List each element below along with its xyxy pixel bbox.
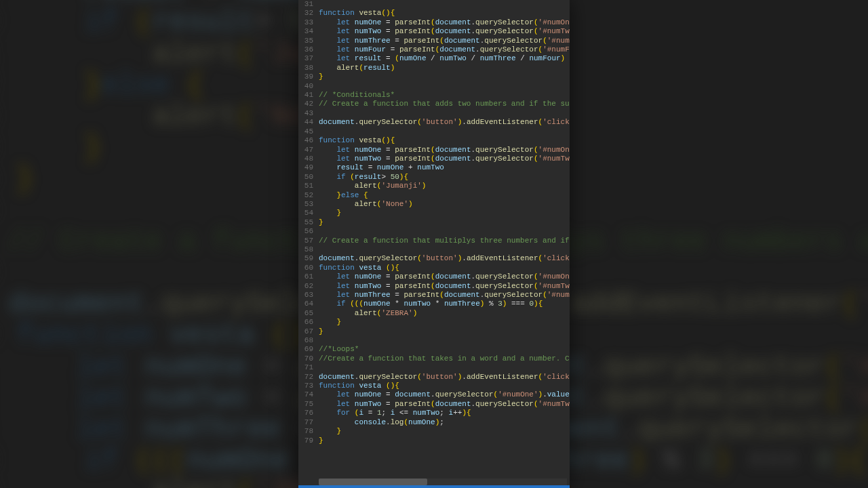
code-line[interactable]: 49 result = numOne + numTwo <box>298 163 570 172</box>
code-line[interactable]: 73function vesta (){ <box>298 382 570 390</box>
code-line[interactable]: 71 <box>298 363 570 372</box>
code-content[interactable]: //Create a function that takes in a word… <box>319 354 570 363</box>
code-line[interactable]: 61 let numOne = parseInt(document.queryS… <box>298 272 570 281</box>
code-content[interactable]: } <box>319 318 570 327</box>
code-editor-panel[interactable]: 3132function vesta(){33 let numOne = par… <box>298 0 570 488</box>
code-line[interactable]: 52 }else { <box>298 191 570 200</box>
code-line[interactable]: 50 if (result> 50){ <box>298 173 570 182</box>
code-line[interactable]: 43 <box>298 109 570 118</box>
code-line[interactable]: 42// Create a function that adds two num… <box>298 100 570 108</box>
code-line[interactable]: 48 let numTwo = parseInt(document.queryS… <box>298 155 570 163</box>
code-content[interactable]: function vesta(){ <box>319 9 570 18</box>
code-content[interactable]: let numTwo = parseInt(document.querySele… <box>319 155 570 163</box>
code-line[interactable]: 41// *Conditionals* <box>298 91 570 100</box>
code-line[interactable]: 54 } <box>298 209 570 218</box>
horizontal-scrollbar-track[interactable] <box>319 479 567 485</box>
code-line[interactable]: 78 } <box>298 427 570 436</box>
code-content[interactable]: let numOne = document.querySelector('#nu… <box>319 390 570 399</box>
code-line[interactable]: 46function vesta(){ <box>298 136 570 145</box>
code-line[interactable]: 35 let numThree = parseInt(document.quer… <box>298 37 570 45</box>
code-content[interactable]: } <box>319 73 570 81</box>
code-line[interactable]: 70//Create a function that takes in a wo… <box>298 354 570 363</box>
code-content[interactable]: } <box>319 218 570 227</box>
code-line[interactable]: 75 let numTwo = parseInt(document.queryS… <box>298 400 570 409</box>
code-content[interactable]: //*Loops* <box>319 345 570 354</box>
code-line[interactable]: 55} <box>298 218 570 227</box>
code-content[interactable]: alert('ZEBRA') <box>319 309 570 318</box>
code-content[interactable]: let numThree = parseInt(document.querySe… <box>319 291 570 300</box>
code-content[interactable]: alert(result) <box>319 64 570 73</box>
code-line[interactable]: 45 <box>298 127 570 136</box>
code-line[interactable]: 34 let numTwo = parseInt(document.queryS… <box>298 27 570 36</box>
code-line[interactable]: 32function vesta(){ <box>298 9 570 18</box>
code-content[interactable]: // Create a function that multiplys thre… <box>319 237 570 245</box>
code-line[interactable]: 36 let numFour = parseInt(document.query… <box>298 45 570 54</box>
code-line[interactable]: 65 alert('ZEBRA') <box>298 309 570 318</box>
code-line[interactable]: 68 <box>298 336 570 345</box>
code-line[interactable]: 56 <box>298 227 570 236</box>
code-content[interactable]: let numThree = parseInt(document.querySe… <box>319 37 570 45</box>
code-content[interactable]: let numTwo = parseInt(document.querySele… <box>319 282 570 291</box>
code-content[interactable] <box>319 363 570 372</box>
code-line[interactable]: 59document.querySelector('button').addEv… <box>298 254 570 263</box>
code-content[interactable]: function vesta (){ <box>319 382 570 390</box>
code-content[interactable]: if (result> 50){ <box>319 173 570 182</box>
code-line[interactable]: 79} <box>298 436 570 445</box>
code-line[interactable]: 40 <box>298 82 570 91</box>
code-content[interactable]: result = numOne + numTwo <box>319 163 570 172</box>
code-content[interactable]: document.querySelector('button').addEven… <box>319 254 570 263</box>
code-content[interactable]: }else { <box>319 191 570 200</box>
code-content[interactable]: } <box>319 327 570 336</box>
code-line[interactable]: 38 alert(result) <box>298 64 570 73</box>
code-content[interactable]: } <box>319 436 570 445</box>
code-content[interactable]: // *Conditionals* <box>319 91 570 100</box>
code-content[interactable]: let numTwo = parseInt(document.querySele… <box>319 27 570 36</box>
code-line[interactable]: 69//*Loops* <box>298 345 570 354</box>
code-content[interactable]: } <box>319 209 570 218</box>
code-content[interactable]: let numTwo = parseInt(document.querySele… <box>319 400 570 409</box>
code-content[interactable]: function vesta(){ <box>319 136 570 145</box>
code-content[interactable]: } <box>319 427 570 436</box>
code-line[interactable]: 62 let numTwo = parseInt(document.queryS… <box>298 282 570 291</box>
code-content[interactable]: console.log(numOne); <box>319 418 570 427</box>
code-line[interactable]: 53 alert('None') <box>298 200 570 209</box>
code-content[interactable]: // Create a function that adds two numbe… <box>319 100 570 108</box>
code-line[interactable]: 37 let result = (numOne / numTwo / numTh… <box>298 54 570 63</box>
code-content[interactable]: document.querySelector('button').addEven… <box>319 373 570 382</box>
code-line[interactable]: 74 let numOne = document.querySelector('… <box>298 390 570 399</box>
code-line[interactable]: 64 if (((numOne * numTwo * numThree) % 3… <box>298 300 570 308</box>
code-line[interactable]: 58 <box>298 245 570 254</box>
code-line[interactable]: 66 } <box>298 318 570 327</box>
code-content[interactable]: for (i = 1; i <= numTwo; i++){ <box>319 409 570 418</box>
code-content[interactable]: let numOne = parseInt(document.querySele… <box>319 146 570 155</box>
code-line[interactable]: 63 let numThree = parseInt(document.quer… <box>298 291 570 300</box>
code-content[interactable] <box>319 227 570 236</box>
code-line[interactable]: 33 let numOne = parseInt(document.queryS… <box>298 18 570 27</box>
code-line[interactable]: 51 alert('Jumanji') <box>298 182 570 190</box>
code-content[interactable] <box>319 109 570 118</box>
code-content[interactable]: let numOne = parseInt(document.querySele… <box>319 18 570 27</box>
code-line[interactable]: 77 console.log(numOne); <box>298 418 570 427</box>
horizontal-scrollbar-thumb[interactable] <box>319 479 427 485</box>
code-content[interactable]: document.querySelector('button').addEven… <box>319 118 570 127</box>
code-content[interactable]: alert('None') <box>319 200 570 209</box>
code-line[interactable]: 31 <box>298 0 570 9</box>
code-line[interactable]: 67} <box>298 327 570 336</box>
code-content[interactable]: alert('Jumanji') <box>319 182 570 190</box>
code-line[interactable]: 44document.querySelector('button').addEv… <box>298 118 570 127</box>
code-content[interactable]: let numFour = parseInt(document.querySel… <box>319 45 570 54</box>
code-content[interactable] <box>319 127 570 136</box>
code-line[interactable]: 39} <box>298 73 570 81</box>
code-content[interactable]: let result = (numOne / numTwo / numThree… <box>319 54 570 63</box>
code-line[interactable]: 47 let numOne = parseInt(document.queryS… <box>298 146 570 155</box>
code-content[interactable] <box>319 0 570 9</box>
code-content[interactable] <box>319 336 570 345</box>
code-content[interactable]: if (((numOne * numTwo * numThree) % 3) =… <box>319 300 570 308</box>
code-content[interactable]: function vesta (){ <box>319 264 570 272</box>
code-line[interactable]: 72document.querySelector('button').addEv… <box>298 373 570 382</box>
code-line[interactable]: 57// Create a function that multiplys th… <box>298 237 570 245</box>
code-content[interactable]: let numOne = parseInt(document.querySele… <box>319 272 570 281</box>
code-line[interactable]: 60function vesta (){ <box>298 264 570 272</box>
code-line[interactable]: 76 for (i = 1; i <= numTwo; i++){ <box>298 409 570 418</box>
code-content[interactable] <box>319 245 570 254</box>
